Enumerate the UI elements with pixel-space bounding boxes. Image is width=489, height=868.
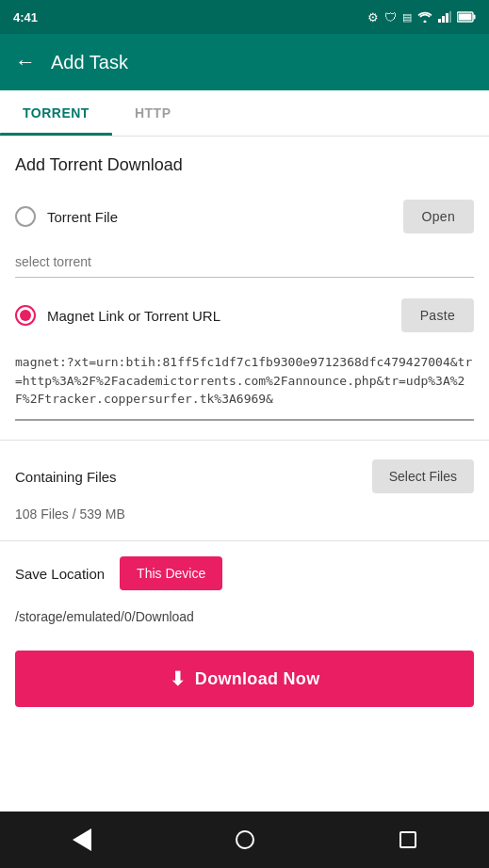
torrent-file-row: Torrent File Open [0, 190, 489, 243]
svg-rect-3 [449, 11, 451, 23]
signal-icon [438, 11, 451, 23]
nav-home-button[interactable] [226, 821, 264, 859]
torrent-file-radio[interactable] [15, 206, 36, 227]
download-now-button[interactable]: ⬇ Download Now [15, 651, 474, 707]
open-button[interactable]: Open [403, 200, 474, 233]
this-device-button[interactable]: This Device [120, 556, 222, 590]
radio-inner [20, 310, 31, 321]
divider-1 [0, 440, 489, 441]
paste-button[interactable]: Paste [401, 298, 474, 332]
containing-files-label: Containing Files [15, 469, 117, 485]
save-location-label: Save Location [15, 566, 105, 582]
back-triangle-icon [73, 828, 91, 851]
tabs: TORRENT HTTP [0, 90, 489, 137]
download-now-label: Download Now [195, 669, 320, 689]
download-btn-wrapper: ⬇ Download Now [0, 639, 489, 730]
battery-icon [457, 11, 476, 23]
status-time: 4:41 [13, 10, 38, 24]
shield-icon: 🛡 [384, 10, 397, 24]
status-bar: 4:41 ⚙ 🛡 ▤ [0, 0, 489, 34]
tab-torrent[interactable]: TORRENT [0, 90, 112, 136]
recents-square-icon [399, 831, 416, 848]
magnet-url-textarea[interactable]: magnet:?xt=urn:btih:81ff5fc1df7c1fb9300e… [15, 346, 474, 421]
status-icons: ⚙ 🛡 ▤ [367, 10, 476, 24]
svg-rect-6 [459, 14, 472, 21]
svg-rect-0 [438, 19, 441, 23]
content-area: TORRENT HTTP Add Torrent Download Torren… [0, 90, 489, 812]
storage-path: /storage/emulated/0/Download [0, 602, 489, 639]
nav-back-button[interactable] [63, 821, 101, 859]
back-button[interactable]: ← [15, 50, 36, 74]
containing-files-row: Containing Files Select Files [0, 444, 489, 501]
wifi-icon [417, 11, 432, 23]
app-bar-title: Add Task [51, 52, 128, 73]
app-bar: ← Add Task [0, 34, 489, 90]
section-title: Add Torrent Download [0, 137, 489, 190]
magnet-link-radio[interactable] [15, 305, 36, 326]
nav-bar [0, 812, 489, 868]
svg-rect-2 [446, 13, 448, 23]
nav-recents-button[interactable] [389, 821, 427, 859]
tab-http[interactable]: HTTP [112, 90, 194, 136]
svg-rect-5 [474, 15, 476, 20]
magnet-link-row: Magnet Link or Torrent URL Paste [0, 289, 489, 342]
save-location-row: Save Location This Device [0, 545, 489, 602]
sim-icon: ▤ [402, 11, 412, 24]
download-icon: ⬇ [170, 667, 186, 690]
home-circle-icon [236, 830, 254, 849]
svg-rect-1 [442, 16, 445, 23]
select-files-button[interactable]: Select Files [372, 459, 474, 493]
select-torrent-input[interactable] [15, 247, 474, 278]
magnet-link-label: Magnet Link or Torrent URL [47, 308, 390, 324]
torrent-file-label: Torrent File [47, 209, 392, 225]
divider-2 [0, 540, 489, 541]
files-info: 108 Files / 539 MB [0, 501, 489, 537]
settings-icon: ⚙ [367, 10, 379, 24]
